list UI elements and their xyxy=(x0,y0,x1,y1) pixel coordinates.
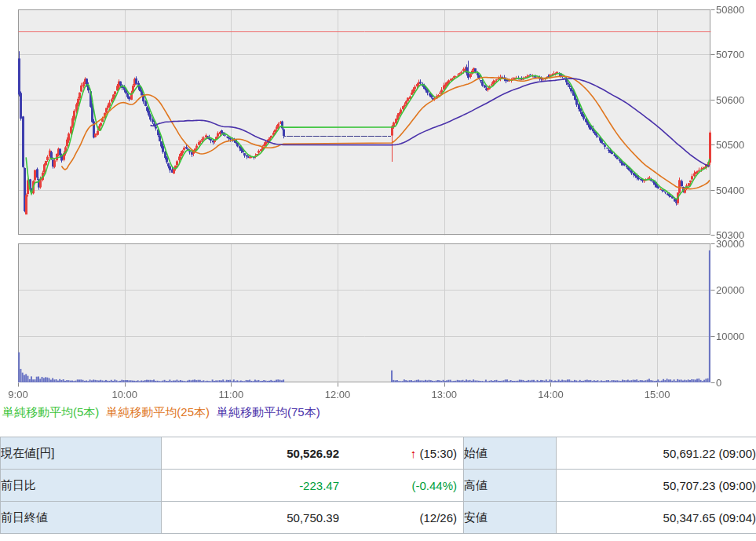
change-value: -223.47 xyxy=(299,479,339,492)
current-price-value: 50,526.92 xyxy=(287,447,339,460)
prev-close-date: (12/26) xyxy=(339,511,457,525)
prev-close-value: 50,750.39 xyxy=(287,511,339,525)
low-price-value: 50,347.65 (09:04) xyxy=(557,502,756,534)
price-tick-label: 50500 xyxy=(716,139,744,151)
time-tick-label: 10:00 xyxy=(111,389,137,400)
ma-legend: 単純移動平均(5本)単純移動平均(25本)単純移動平均(75本) xyxy=(2,405,327,420)
current-price-time: (15:30) xyxy=(419,447,457,460)
price-tick-label: 50700 xyxy=(716,49,744,60)
volume-tick-label: 10000 xyxy=(716,331,744,342)
time-tick-label: 12:00 xyxy=(325,389,351,400)
candlestick-volume-chart-canvas xyxy=(0,0,756,402)
table-row: 現在値[円] 50,526.92 ↑ (15:30) 始値 50,691.22 … xyxy=(1,437,756,470)
change-label: 前日比 xyxy=(1,470,162,502)
change-percent: (-0.44%) xyxy=(339,479,457,492)
stock-intraday-page: 508005070050600505005040050300 300002000… xyxy=(0,0,756,541)
open-price-value: 50,691.22 (09:00) xyxy=(557,437,756,470)
legend-sma25-label: 単純移動平均(25本) xyxy=(106,405,210,419)
low-price-label: 安値 xyxy=(464,502,557,534)
time-tick-label: 9:00 xyxy=(8,389,27,400)
price-tick-label: 50800 xyxy=(716,4,744,16)
current-price-label: 現在値[円] xyxy=(1,437,162,470)
time-tick-label: 13:00 xyxy=(431,389,457,400)
prev-close-value-cell: 50,750.39 (12/26) xyxy=(162,502,464,534)
table-row: 前日比 -223.47 (-0.44%) 高値 50,707.23 (09:00… xyxy=(1,470,756,502)
volume-tick-label: 30000 xyxy=(716,238,744,250)
legend-sma5-label: 単純移動平均(5本) xyxy=(2,405,99,419)
current-price-value-cell: 50,526.92 ↑ (15:30) xyxy=(162,437,464,470)
time-tick-label: 15:00 xyxy=(645,389,670,400)
uptick-arrow-icon: ↑ xyxy=(411,447,417,460)
time-tick-label: 11:00 xyxy=(219,389,244,400)
table-row: 前日終値 50,750.39 (12/26) 安値 50,347.65 (09:… xyxy=(1,502,756,534)
high-price-label: 高値 xyxy=(464,470,557,502)
price-tick-label: 50600 xyxy=(716,93,744,105)
price-tick-label: 50400 xyxy=(716,184,744,196)
open-price-label: 始値 xyxy=(464,437,557,470)
quote-summary-table: 現在値[円] 50,526.92 ↑ (15:30) 始値 50,691.22 … xyxy=(0,437,756,534)
high-price-value: 50,707.23 (09:00) xyxy=(557,470,756,502)
volume-tick-label: 20000 xyxy=(716,284,744,296)
prev-close-label: 前日終値 xyxy=(1,502,162,534)
change-value-cell: -223.47 (-0.44%) xyxy=(162,470,464,502)
legend-sma75-label: 単純移動平均(75本) xyxy=(217,405,320,419)
volume-tick-label: 0 xyxy=(716,377,721,389)
time-tick-label: 14:00 xyxy=(538,389,564,400)
